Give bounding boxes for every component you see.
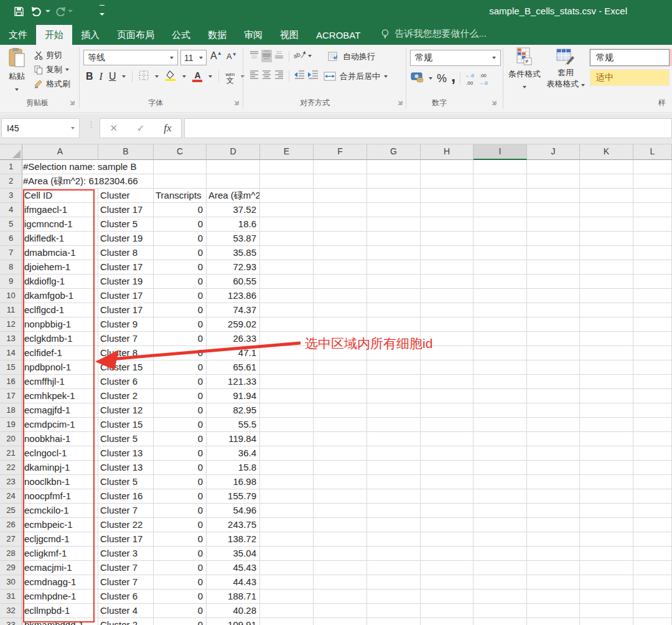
row-header-17[interactable]: 17 — [0, 389, 22, 403]
row-header-15[interactable]: 15 — [0, 360, 22, 375]
cell[interactable] — [580, 160, 633, 174]
cell[interactable] — [527, 289, 580, 303]
cell[interactable] — [421, 275, 474, 289]
cell[interactable] — [474, 275, 527, 289]
percent-style-button[interactable]: % — [437, 72, 447, 85]
cell[interactable] — [314, 174, 367, 189]
cell[interactable] — [367, 489, 421, 504]
cell[interactable] — [633, 160, 672, 174]
tab-ACROBAT[interactable]: ACROBAT — [307, 25, 369, 45]
cell[interactable] — [367, 446, 421, 461]
align-right-button[interactable] — [274, 70, 284, 82]
cell[interactable] — [260, 461, 314, 475]
cell[interactable] — [367, 317, 421, 332]
cell[interactable]: eclfidef-1 — [22, 346, 98, 360]
cell[interactable] — [633, 246, 672, 260]
cell[interactable] — [154, 174, 207, 189]
cell[interactable] — [367, 618, 421, 625]
cell[interactable] — [474, 174, 527, 189]
cell[interactable]: 0 — [154, 232, 207, 246]
cell[interactable]: 37.52 — [207, 203, 260, 217]
cell[interactable] — [580, 289, 633, 303]
row-header-21[interactable]: 21 — [0, 446, 22, 461]
cell[interactable]: dkdioflg-1 — [22, 275, 98, 289]
cell[interactable] — [580, 317, 633, 332]
cell[interactable] — [633, 518, 672, 532]
cell[interactable] — [633, 590, 672, 604]
underline-button[interactable]: U — [109, 71, 116, 82]
cell[interactable] — [314, 217, 367, 232]
row-header-33[interactable]: 33 — [0, 618, 22, 625]
cell[interactable] — [580, 346, 633, 360]
cell[interactable] — [421, 375, 474, 389]
cell[interactable] — [367, 289, 421, 303]
cell[interactable] — [580, 203, 633, 217]
cell[interactable]: Cluster 6 — [98, 590, 154, 604]
column-header-L[interactable]: L — [633, 144, 672, 160]
cell[interactable]: 0 — [154, 389, 207, 403]
cell[interactable] — [314, 504, 367, 518]
cell[interactable] — [633, 418, 672, 432]
cell[interactable] — [154, 160, 207, 174]
cell[interactable]: ecmacjmi-1 — [22, 561, 98, 575]
font-name-select[interactable]: 等线 — [83, 50, 178, 65]
cell[interactable]: Cluster 17 — [98, 303, 154, 317]
cell[interactable] — [314, 375, 367, 389]
cell[interactable] — [314, 418, 367, 432]
cell[interactable] — [314, 289, 367, 303]
row-header-31[interactable]: 31 — [0, 590, 22, 604]
cell[interactable] — [580, 590, 633, 604]
row-header-24[interactable]: 24 — [0, 489, 22, 504]
cell[interactable] — [260, 504, 314, 518]
cell[interactable] — [260, 389, 314, 403]
copy-button[interactable]: 复制 — [34, 64, 69, 75]
cell[interactable] — [260, 403, 314, 418]
cell[interactable] — [474, 418, 527, 432]
font-color-caret-icon[interactable] — [208, 75, 212, 78]
orientation-caret-icon[interactable] — [308, 55, 312, 57]
cell[interactable] — [421, 489, 474, 504]
cell[interactable]: Transcripts — [154, 189, 207, 203]
row-header-30[interactable]: 30 — [0, 575, 22, 590]
confirm-entry-icon[interactable]: ✓ — [137, 123, 145, 134]
cell[interactable] — [367, 518, 421, 532]
cell[interactable] — [633, 275, 672, 289]
cell[interactable]: 65.61 — [207, 360, 260, 375]
cell[interactable]: npdbpnol-1 — [22, 360, 98, 375]
cell[interactable] — [580, 303, 633, 317]
cancel-entry-icon[interactable]: ✕ — [110, 123, 118, 134]
cell[interactable] — [474, 532, 527, 547]
cell[interactable]: 0 — [154, 346, 207, 360]
cell[interactable] — [527, 217, 580, 232]
cell[interactable] — [633, 575, 672, 590]
cell[interactable] — [421, 403, 474, 418]
column-header-B[interactable]: B — [98, 144, 154, 160]
cell[interactable] — [314, 461, 367, 475]
cell[interactable]: ecmckilo-1 — [22, 504, 98, 518]
cell[interactable] — [367, 260, 421, 275]
cell[interactable] — [633, 303, 672, 317]
tab-文件[interactable]: 文件 — [0, 25, 36, 45]
row-header-22[interactable]: 22 — [0, 461, 22, 475]
merge-center-button[interactable]: 合并后居中 — [324, 71, 388, 82]
cell[interactable] — [580, 604, 633, 618]
cell[interactable] — [260, 260, 314, 275]
cell[interactable] — [421, 389, 474, 403]
row-header-27[interactable]: 27 — [0, 532, 22, 547]
cell[interactable] — [633, 604, 672, 618]
cell[interactable]: 35.04 — [207, 547, 260, 561]
cell[interactable] — [421, 604, 474, 618]
cell[interactable]: 55.5 — [207, 418, 260, 432]
cell[interactable]: 0 — [154, 604, 207, 618]
decrease-font-button[interactable]: A▼ — [226, 52, 237, 61]
row-header-11[interactable]: 11 — [0, 303, 22, 317]
cell[interactable] — [421, 547, 474, 561]
cell[interactable] — [314, 432, 367, 446]
cell[interactable]: ecmdpcim-1 — [22, 418, 98, 432]
cell[interactable] — [527, 403, 580, 418]
row-header-7[interactable]: 7 — [0, 246, 22, 260]
cell[interactable]: ecljgcmd-1 — [22, 532, 98, 547]
cell[interactable] — [260, 275, 314, 289]
cell[interactable] — [367, 475, 421, 489]
cell[interactable]: Cluster 19 — [98, 275, 154, 289]
